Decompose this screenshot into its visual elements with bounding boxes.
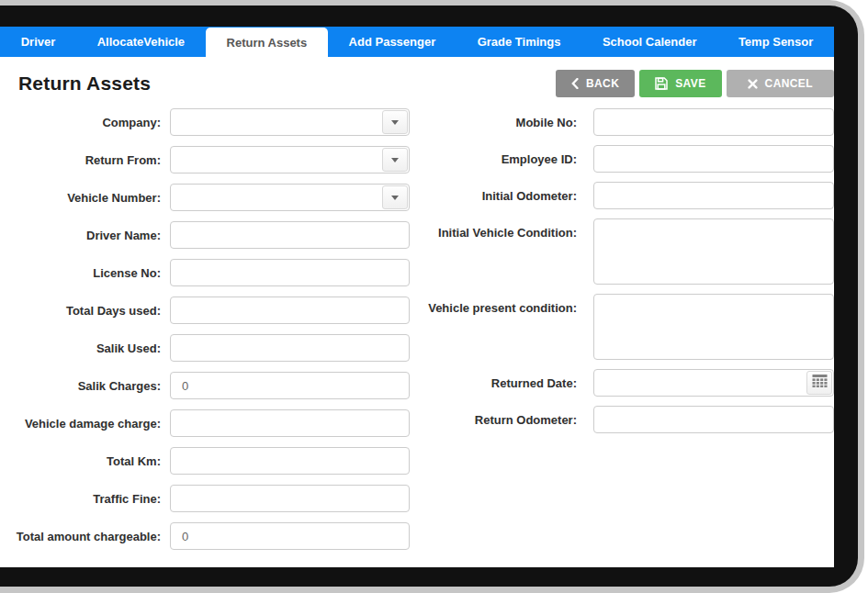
company-dropdown-button[interactable] bbox=[382, 110, 408, 134]
field-total-amount-chargeable: Total amount chargeable: bbox=[0, 522, 410, 550]
vehicle-damage-charge-label: Vehicle damage charge: bbox=[0, 409, 170, 431]
device-bezel: Driver AllocateVehicle Return Assets Add… bbox=[0, 6, 858, 587]
field-return-odometer: Return Odometer: bbox=[416, 406, 834, 433]
company-input[interactable] bbox=[170, 108, 410, 136]
total-km-input[interactable] bbox=[170, 447, 410, 475]
field-initial-vehicle-condition: Initial Vehicle Condition: bbox=[416, 218, 834, 285]
traffic-fine-input[interactable] bbox=[170, 485, 410, 512]
driver-name-label: Driver Name: bbox=[0, 221, 170, 242]
back-button[interactable]: BACK bbox=[556, 70, 635, 97]
field-vehicle-damage-charge: Vehicle damage charge: bbox=[0, 409, 410, 437]
total-days-used-label: Total Days used: bbox=[0, 296, 170, 318]
calendar-icon bbox=[812, 375, 828, 391]
initial-odometer-input[interactable] bbox=[593, 182, 834, 209]
field-salik-used: Salik Used: bbox=[0, 334, 410, 362]
field-returned-date: Returned Date: bbox=[416, 369, 834, 397]
floppy-disk-icon bbox=[655, 77, 668, 90]
salik-used-label: Salik Used: bbox=[0, 334, 170, 355]
field-salik-charges: Salik Charges: bbox=[0, 372, 410, 399]
total-days-used-input[interactable] bbox=[170, 296, 410, 324]
return-odometer-input[interactable] bbox=[593, 406, 834, 433]
tab-bar: Driver AllocateVehicle Return Assets Add… bbox=[0, 27, 834, 57]
cancel-button[interactable]: CANCEL bbox=[727, 70, 834, 97]
tab-driver[interactable]: Driver bbox=[0, 27, 76, 57]
total-amount-chargeable-input[interactable] bbox=[170, 522, 410, 550]
tab-return-assets[interactable]: Return Assets bbox=[206, 28, 328, 57]
back-button-label: BACK bbox=[586, 77, 619, 90]
calendar-button[interactable] bbox=[806, 371, 832, 395]
vehicle-number-select bbox=[170, 184, 410, 211]
form-left-column: Company: Return From: bbox=[0, 108, 410, 560]
save-button-label: SAVE bbox=[675, 77, 705, 90]
salik-used-input[interactable] bbox=[170, 334, 410, 362]
caret-down-icon bbox=[391, 196, 399, 200]
tab-allocatevehicle[interactable]: AllocateVehicle bbox=[76, 27, 206, 57]
app-screen: Driver AllocateVehicle Return Assets Add… bbox=[0, 27, 834, 567]
field-employee-id: Employee ID: bbox=[416, 145, 834, 173]
vehicle-number-label: Vehicle Number: bbox=[0, 184, 170, 205]
returned-date-input[interactable] bbox=[593, 369, 834, 397]
total-km-label: Total Km: bbox=[0, 447, 170, 468]
tab-add-passenger[interactable]: Add Passenger bbox=[328, 27, 457, 57]
traffic-fine-label: Traffic Fine: bbox=[0, 485, 170, 506]
tab-school-calender[interactable]: School Calender bbox=[581, 27, 717, 57]
tab-temp-sensor[interactable]: Temp Sensor bbox=[717, 27, 834, 57]
initial-vehicle-condition-label: Initial Vehicle Condition: bbox=[416, 218, 593, 240]
field-vehicle-number: Vehicle Number: bbox=[0, 184, 410, 211]
save-button[interactable]: SAVE bbox=[639, 70, 721, 97]
form-right-column: Mobile No: Employee ID: Initial Odometer… bbox=[416, 108, 834, 560]
caret-down-icon bbox=[391, 158, 399, 162]
initial-odometer-label: Initial Odometer: bbox=[416, 182, 593, 203]
field-traffic-fine: Traffic Fine: bbox=[0, 485, 410, 512]
vehicle-present-condition-label: Vehicle present condition: bbox=[416, 294, 593, 315]
salik-charges-input[interactable] bbox=[170, 372, 410, 399]
driver-name-input[interactable] bbox=[170, 221, 410, 249]
field-return-from: Return From: bbox=[0, 146, 410, 173]
returned-date-label: Returned Date: bbox=[416, 369, 593, 390]
company-label: Company: bbox=[0, 108, 170, 129]
device-frame: Driver AllocateVehicle Return Assets Add… bbox=[0, 0, 864, 593]
field-total-km: Total Km: bbox=[0, 447, 410, 475]
field-total-days-used: Total Days used: bbox=[0, 296, 410, 324]
field-license-no: License No: bbox=[0, 259, 410, 286]
return-assets-form: Company: Return From: bbox=[0, 108, 834, 560]
cancel-button-label: CANCEL bbox=[765, 77, 813, 90]
vehicle-number-input[interactable] bbox=[170, 184, 410, 211]
return-from-dropdown-button[interactable] bbox=[382, 148, 408, 172]
salik-charges-label: Salik Charges: bbox=[0, 372, 170, 393]
mobile-no-label: Mobile No: bbox=[416, 108, 593, 129]
license-no-input[interactable] bbox=[170, 259, 410, 286]
vehicle-damage-charge-input[interactable] bbox=[170, 409, 410, 437]
caret-down-icon bbox=[391, 120, 399, 125]
return-from-input[interactable] bbox=[170, 146, 410, 173]
field-company: Company: bbox=[0, 108, 410, 136]
license-no-label: License No: bbox=[0, 259, 170, 280]
employee-id-input[interactable] bbox=[593, 145, 834, 173]
company-select bbox=[170, 108, 410, 136]
return-from-label: Return From: bbox=[0, 146, 170, 167]
field-vehicle-present-condition: Vehicle present condition: bbox=[416, 294, 834, 360]
page-title: Return Assets bbox=[18, 73, 151, 95]
vehicle-number-dropdown-button[interactable] bbox=[382, 185, 408, 209]
field-mobile-no: Mobile No: bbox=[416, 108, 834, 136]
tab-grade-timings[interactable]: Grade Timings bbox=[457, 27, 581, 57]
mobile-no-input[interactable] bbox=[593, 108, 834, 136]
field-initial-odometer: Initial Odometer: bbox=[416, 182, 834, 209]
return-from-select bbox=[170, 146, 410, 173]
action-buttons: BACK SAVE bbox=[556, 70, 834, 97]
employee-id-label: Employee ID: bbox=[416, 145, 593, 166]
returned-date-picker bbox=[593, 369, 834, 397]
x-icon bbox=[748, 79, 758, 89]
field-driver-name: Driver Name: bbox=[0, 221, 410, 249]
initial-vehicle-condition-textarea[interactable] bbox=[593, 218, 834, 285]
vehicle-present-condition-textarea[interactable] bbox=[593, 294, 834, 360]
chevron-left-icon bbox=[571, 78, 579, 89]
return-odometer-label: Return Odometer: bbox=[416, 406, 593, 427]
total-amount-chargeable-label: Total amount chargeable: bbox=[0, 522, 170, 543]
page-header: Return Assets BACK bbox=[0, 70, 834, 97]
